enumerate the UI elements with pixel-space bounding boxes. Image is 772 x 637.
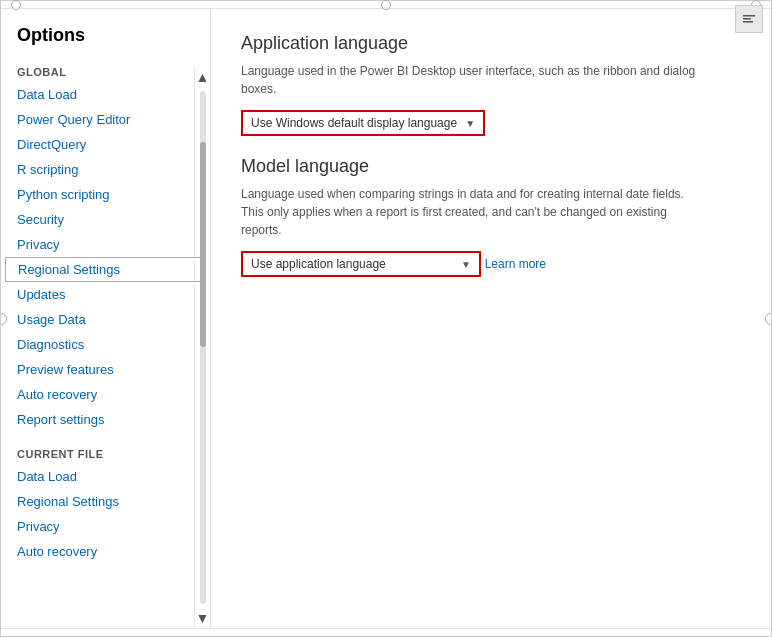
panel-title: Options (1, 25, 210, 58)
sidebar-item-security[interactable]: Security (1, 207, 210, 232)
sidebar-item-power-query-editor[interactable]: Power Query Editor (1, 107, 210, 132)
app-language-dropdown-arrow: ▼ (465, 118, 475, 129)
sidebar-item-auto-recovery[interactable]: Auto recovery (1, 382, 210, 407)
scroll-thumb (200, 142, 206, 347)
sidebar-item-python-scripting[interactable]: Python scripting (1, 182, 210, 207)
scroll-track (200, 91, 206, 604)
model-language-desc: Language used when comparing strings in … (241, 185, 701, 239)
sidebar-item-diagnostics[interactable]: Diagnostics (1, 332, 210, 357)
sidebar-item-directquery[interactable]: DirectQuery (1, 132, 210, 157)
sidebar-item-r-scripting[interactable]: R scripting (1, 157, 210, 182)
app-language-dropdown-label: Use Windows default display language (251, 116, 457, 130)
scroll-down-arrow[interactable]: ▼ (194, 608, 211, 628)
sidebar-item-privacy[interactable]: Privacy (1, 232, 210, 257)
sidebar: Options GLOBAL Data Load Power Query Edi… (1, 9, 211, 628)
model-language-dropdown[interactable]: Use application language ▼ (241, 251, 481, 277)
global-section-header: GLOBAL (1, 58, 210, 82)
sidebar-item-data-load[interactable]: Data Load (1, 82, 210, 107)
scroll-up-arrow[interactable]: ▲ (194, 67, 211, 87)
sidebar-item-regional-settings[interactable]: Regional Settings (5, 257, 206, 282)
sidebar-item-report-settings[interactable]: Report settings (1, 407, 210, 432)
app-language-title: Application language (241, 33, 741, 54)
right-drag-circle (765, 313, 771, 325)
content-panel: Application language Language used in th… (211, 9, 771, 628)
sidebar-item-cf-privacy[interactable]: Privacy (1, 514, 210, 539)
sidebar-item-cf-data-load[interactable]: Data Load (1, 464, 210, 489)
bottom-bar (1, 628, 771, 636)
app-language-dropdown[interactable]: Use Windows default display language ▼ (241, 110, 485, 136)
model-language-title: Model language (241, 156, 741, 177)
sidebar-item-usage-data[interactable]: Usage Data (1, 307, 210, 332)
sidebar-item-cf-auto-recovery[interactable]: Auto recovery (1, 539, 210, 564)
sidebar-item-updates[interactable]: Updates (1, 282, 210, 307)
current-file-section-header: CURRENT FILE (1, 440, 210, 464)
sidebar-item-cf-regional-settings[interactable]: Regional Settings (1, 489, 210, 514)
window-frame: Options GLOBAL Data Load Power Query Edi… (0, 0, 772, 637)
model-language-dropdown-label: Use application language (251, 257, 386, 271)
top-drag-bar (1, 1, 771, 9)
sidebar-item-preview-features[interactable]: Preview features (1, 357, 210, 382)
learn-more-link[interactable]: Learn more (485, 257, 546, 271)
app-language-desc: Language used in the Power BI Desktop us… (241, 62, 701, 98)
model-language-dropdown-arrow: ▼ (461, 259, 471, 270)
